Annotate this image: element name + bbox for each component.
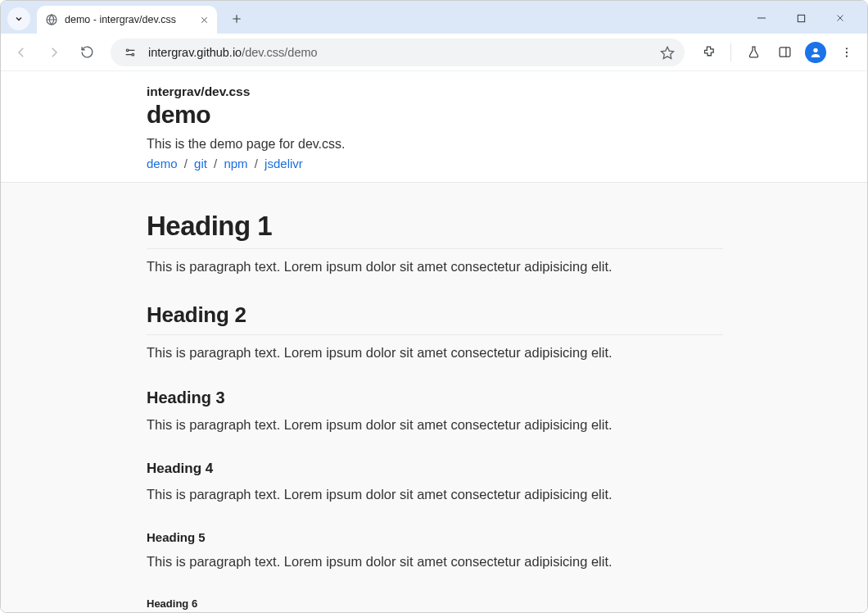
heading-2: Heading 2 [147,302,723,335]
back-button[interactable] [7,39,35,66]
header-nav: demo / git / npm / jsdelivr [147,157,723,170]
tab-search-chevron[interactable] [7,7,30,30]
tab-title: demo - intergrav/dev.css [65,14,176,25]
paragraph: This is paragraph text. Lorem ipsum dolo… [147,487,723,502]
svg-point-17 [846,48,848,49]
flask-icon[interactable] [739,39,767,66]
maximize-button[interactable] [789,7,813,29]
page-viewport[interactable]: intergrav/dev.css demo This is the demo … [1,71,867,612]
globe-icon [45,13,58,26]
nav-separator: / [255,157,258,170]
separator [730,43,731,61]
nav-separator: / [184,157,188,170]
heading-4: Heading 4 [147,461,723,477]
nav-link-demo[interactable]: demo [147,157,178,170]
header-subtitle: intergrav/dev.css [147,84,723,99]
heading-6: Heading 6 [147,597,723,610]
paragraph: This is paragraph text. Lorem ipsum dolo… [147,417,723,433]
window-controls [749,7,852,29]
side-panel-icon[interactable] [771,39,798,66]
reload-button[interactable] [73,39,101,66]
page-header: intergrav/dev.css demo This is the demo … [1,71,867,183]
header-lead: This is the demo page for dev.css. [147,137,723,152]
url-path: /dev.css/demo [242,46,317,59]
nav-link-git[interactable]: git [194,157,207,170]
svg-point-18 [846,51,848,52]
svg-point-16 [813,48,817,52]
minimize-button[interactable] [749,7,774,29]
new-tab-button[interactable] [225,7,248,30]
profile-avatar[interactable] [802,39,830,66]
svg-rect-6 [798,15,804,21]
nav-link-jsdelivr[interactable]: jsdelivr [264,157,303,170]
heading-1: Heading 1 [147,211,723,249]
close-tab-icon[interactable] [200,16,209,25]
content: Heading 1 This is paragraph text. Lorem … [1,183,867,612]
kebab-menu-icon[interactable] [833,39,861,66]
site-info-icon[interactable] [120,43,140,62]
svg-marker-13 [662,47,674,58]
nav-link-npm[interactable]: npm [224,157,247,170]
svg-point-11 [132,53,134,56]
browser-tab[interactable]: demo - intergrav/dev.css [37,6,217,34]
heading-3: Heading 3 [147,388,723,407]
address-bar[interactable]: intergrav.github.io/dev.css/demo [111,39,685,66]
heading-5: Heading 5 [147,530,723,544]
nav-separator: / [214,157,217,170]
url-text: intergrav.github.io/dev.css/demo [148,46,318,59]
tab-strip: demo - intergrav/dev.css [1,1,867,34]
forward-button[interactable] [40,39,68,66]
browser-chrome: demo - intergrav/dev.css [1,1,867,71]
svg-rect-14 [780,48,790,57]
bookmark-star-icon[interactable] [660,45,675,60]
page-title: demo [147,101,723,129]
svg-point-9 [126,49,129,52]
url-host: intergrav.github.io [148,46,242,59]
paragraph: This is paragraph text. Lorem ipsum dolo… [147,345,723,361]
paragraph: This is paragraph text. Lorem ipsum dolo… [147,259,723,275]
extensions-icon[interactable] [694,39,722,66]
svg-point-19 [846,55,848,57]
toolbar-right [694,39,861,66]
paragraph: This is paragraph text. Lorem ipsum dolo… [147,554,723,570]
browser-toolbar: intergrav.github.io/dev.css/demo [1,34,867,71]
close-window-button[interactable] [828,7,852,29]
